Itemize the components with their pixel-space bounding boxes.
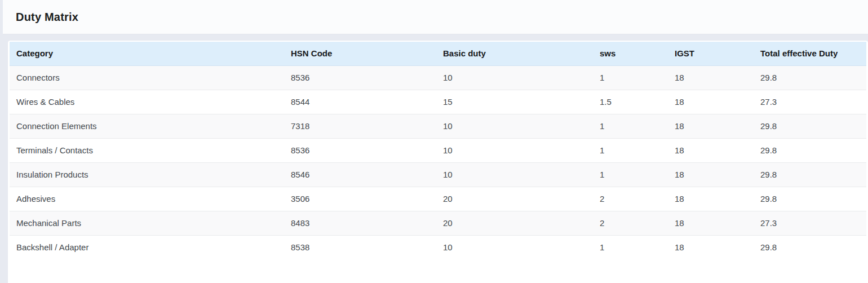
cell-igst: 18 (668, 90, 754, 114)
cell-sws: 1 (593, 162, 668, 187)
cell-total-effective-duty: 27.3 (754, 90, 866, 114)
cell-total-effective-duty: 29.8 (754, 138, 866, 162)
cell-igst: 18 (668, 65, 754, 90)
cell-sws: 1 (593, 65, 668, 90)
cell-igst: 18 (668, 235, 754, 259)
cell-hsn-code: 8483 (284, 211, 436, 235)
column-header-total-effective-duty: Total effective Duty (754, 42, 866, 65)
table-body: Connectors85361011829.8Wires & Cables854… (10, 65, 866, 259)
cell-hsn-code: 8544 (284, 90, 436, 114)
cell-igst: 18 (668, 114, 754, 138)
cell-basic-duty: 10 (436, 65, 593, 90)
cell-total-effective-duty: 29.8 (754, 162, 866, 187)
cell-basic-duty: 10 (436, 138, 593, 162)
column-header-basic-duty: Basic duty (436, 42, 593, 65)
cell-total-effective-duty: 29.8 (754, 187, 866, 211)
cell-sws: 1 (593, 114, 668, 138)
cell-total-effective-duty: 29.8 (754, 114, 866, 138)
cell-total-effective-duty: 29.8 (754, 65, 866, 90)
table-row: Mechanical Parts84832021827.3 (10, 211, 866, 235)
table-row: Backshell / Adapter85381011829.8 (10, 235, 866, 259)
cell-igst: 18 (668, 211, 754, 235)
table-row: Adhesives35062021829.8 (10, 187, 866, 211)
cell-category: Terminals / Contacts (10, 138, 284, 162)
cell-total-effective-duty: 29.8 (754, 235, 866, 259)
cell-category: Adhesives (10, 187, 284, 211)
table-row: Insulation Products85461011829.8 (10, 162, 866, 187)
cell-category: Mechanical Parts (10, 211, 284, 235)
content-card: CategoryHSN CodeBasic dutyswsIGSTTotal e… (8, 41, 868, 283)
cell-igst: 18 (668, 162, 754, 187)
duty-matrix-page: Duty Matrix CategoryHSN CodeBasic dutysw… (0, 0, 868, 283)
column-header-igst: IGST (668, 42, 754, 65)
cell-basic-duty: 10 (436, 114, 593, 138)
column-header-sws: sws (593, 42, 668, 65)
cell-category: Insulation Products (10, 162, 284, 187)
cell-hsn-code: 3506 (284, 187, 436, 211)
cell-sws: 1.5 (593, 90, 668, 114)
cell-hsn-code: 7318 (284, 114, 436, 138)
cell-igst: 18 (668, 138, 754, 162)
header-row: CategoryHSN CodeBasic dutyswsIGSTTotal e… (10, 42, 866, 65)
cell-category: Backshell / Adapter (10, 235, 284, 259)
page-header: Duty Matrix (3, 0, 868, 34)
cell-hsn-code: 8536 (284, 138, 436, 162)
cell-sws: 2 (593, 211, 668, 235)
table-row: Terminals / Contacts85361011829.8 (10, 138, 866, 162)
cell-sws: 2 (593, 187, 668, 211)
cell-hsn-code: 8546 (284, 162, 436, 187)
cell-hsn-code: 8536 (284, 65, 436, 90)
cell-sws: 1 (593, 235, 668, 259)
column-header-category: Category (10, 42, 284, 65)
cell-basic-duty: 20 (436, 211, 593, 235)
cell-basic-duty: 20 (436, 187, 593, 211)
cell-total-effective-duty: 27.3 (754, 211, 866, 235)
cell-category: Wires & Cables (10, 90, 284, 114)
cell-basic-duty: 15 (436, 90, 593, 114)
table-row: Connection Elements73181011829.8 (10, 114, 866, 138)
page-title: Duty Matrix (16, 11, 78, 24)
cell-igst: 18 (668, 187, 754, 211)
cell-basic-duty: 10 (436, 162, 593, 187)
column-header-hsn-code: HSN Code (284, 42, 436, 65)
cell-sws: 1 (593, 138, 668, 162)
cell-hsn-code: 8538 (284, 235, 436, 259)
cell-category: Connection Elements (10, 114, 284, 138)
duty-matrix-table: CategoryHSN CodeBasic dutyswsIGSTTotal e… (10, 42, 866, 259)
table-row: Connectors85361011829.8 (10, 65, 866, 90)
cell-category: Connectors (10, 65, 284, 90)
table-row: Wires & Cables8544151.51827.3 (10, 90, 866, 114)
cell-basic-duty: 10 (436, 235, 593, 259)
